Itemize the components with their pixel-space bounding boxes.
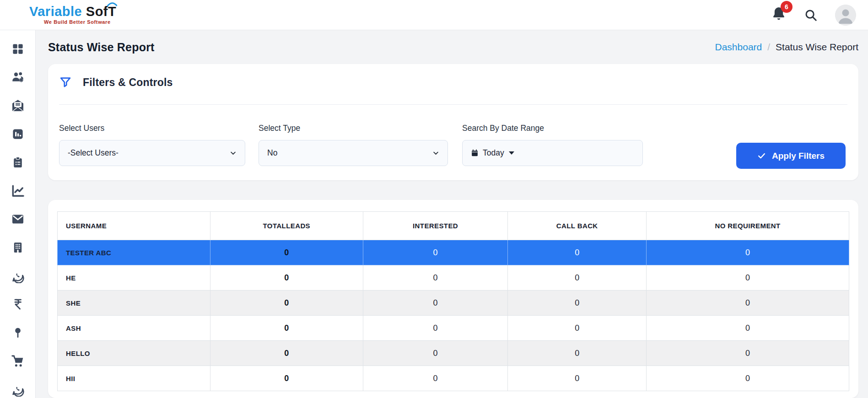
cell-interested: 0 bbox=[363, 366, 508, 391]
select-users-value: -Select Users- bbox=[68, 148, 230, 158]
table-row[interactable]: ASH 0 0 0 0 bbox=[58, 316, 849, 341]
sidebar-item-analytics[interactable] bbox=[11, 183, 25, 198]
page-title: Status Wise Report bbox=[48, 41, 155, 54]
cell-totalleads: 0 bbox=[210, 341, 363, 366]
rupee-icon bbox=[11, 297, 24, 311]
notifications-button[interactable]: 6 bbox=[771, 6, 787, 24]
cell-username: HII bbox=[58, 366, 210, 391]
sidebar-item-tasks[interactable] bbox=[11, 155, 25, 170]
select-type-dropdown[interactable]: No bbox=[259, 140, 448, 166]
select-users-dropdown[interactable]: -Select Users- bbox=[59, 140, 245, 166]
column-header-interested: INTERESTED bbox=[363, 212, 508, 240]
brand-tagline: We Build Better Software bbox=[29, 20, 116, 25]
cell-norequirement: 0 bbox=[647, 341, 849, 366]
cell-totalleads: 0 bbox=[210, 366, 363, 391]
avatar-person-icon bbox=[835, 5, 856, 26]
sidebar-item-whatsapp-2[interactable] bbox=[11, 382, 25, 397]
table-row[interactable]: TESTER ABC 0 0 0 0 bbox=[58, 240, 849, 265]
top-header: Variable SofT We Build Better Software 6 bbox=[0, 0, 868, 30]
table-row[interactable]: HE 0 0 0 0 bbox=[58, 265, 849, 290]
whatsapp-icon bbox=[11, 382, 25, 397]
cell-callback: 0 bbox=[508, 265, 647, 290]
main-content: Status Wise Report Dashboard / Status Wi… bbox=[36, 30, 868, 398]
filters-title: Filters & Controls bbox=[83, 76, 173, 89]
sidebar-item-reports[interactable] bbox=[11, 127, 25, 141]
notification-count-badge: 6 bbox=[781, 1, 793, 13]
breadcrumb-current: Status Wise Report bbox=[776, 42, 858, 53]
status-report-table: USERNAME TOTALLEADS INTERESTED CALL BACK… bbox=[57, 211, 849, 391]
date-range-value: Today bbox=[483, 148, 504, 158]
sidebar-item-orders[interactable] bbox=[11, 354, 25, 368]
report-table-card: USERNAME TOTALLEADS INTERESTED CALL BACK… bbox=[48, 200, 858, 398]
filters-card-header: Filters & Controls bbox=[59, 76, 173, 89]
cell-username: TESTER ABC bbox=[58, 240, 210, 265]
cart-icon bbox=[11, 354, 25, 368]
users-gear-icon bbox=[11, 70, 25, 85]
cell-norequirement: 0 bbox=[647, 240, 849, 265]
filters-card: Filters & Controls Select Users -Select … bbox=[48, 64, 858, 180]
column-header-username: USERNAME bbox=[58, 212, 210, 240]
column-header-norequirement: NO REQUIREMENT bbox=[647, 212, 849, 240]
sidebar-item-location[interactable] bbox=[11, 325, 25, 340]
apply-filters-button[interactable]: Apply Filters bbox=[736, 143, 846, 169]
date-range-picker[interactable]: Today bbox=[462, 140, 643, 166]
cell-username: SHE bbox=[58, 290, 210, 316]
sidebar-item-inbox[interactable] bbox=[11, 98, 25, 113]
cell-interested: 0 bbox=[363, 265, 508, 290]
cell-norequirement: 0 bbox=[647, 316, 849, 341]
cell-callback: 0 bbox=[508, 290, 647, 316]
cell-norequirement: 0 bbox=[647, 265, 849, 290]
topbar-actions: 6 bbox=[771, 5, 856, 26]
cell-totalleads: 0 bbox=[210, 316, 363, 341]
sidebar-nav bbox=[0, 30, 36, 398]
cell-callback: 0 bbox=[508, 316, 647, 341]
apply-filters-label: Apply Filters bbox=[772, 151, 825, 161]
date-range-label: Search By Date Range bbox=[462, 124, 643, 133]
cell-totalleads: 0 bbox=[210, 240, 363, 265]
cell-callback: 0 bbox=[508, 341, 647, 366]
select-users-label: Select Users bbox=[59, 124, 245, 133]
check-icon bbox=[757, 151, 766, 160]
select-type-label: Select Type bbox=[259, 124, 448, 133]
table-row[interactable]: HII 0 0 0 0 bbox=[58, 366, 849, 391]
brand-logo[interactable]: Variable SofT We Build Better Software bbox=[29, 5, 116, 25]
user-avatar[interactable] bbox=[835, 5, 856, 26]
calendar-icon bbox=[471, 149, 479, 157]
envelope-icon bbox=[11, 212, 25, 226]
chevron-down-icon bbox=[230, 150, 237, 156]
cell-callback: 0 bbox=[508, 240, 647, 265]
select-users-field: Select Users -Select Users- bbox=[59, 124, 245, 166]
date-range-field: Search By Date Range Today bbox=[462, 124, 643, 166]
chart-line-icon bbox=[11, 183, 25, 198]
filters-divider bbox=[59, 104, 847, 105]
cell-username: ASH bbox=[58, 316, 210, 341]
brand-name: Variable SofT bbox=[29, 5, 116, 18]
select-type-field: Select Type No bbox=[259, 124, 448, 166]
sidebar-item-payments[interactable] bbox=[11, 297, 25, 312]
table-row[interactable]: SHE 0 0 0 0 bbox=[58, 290, 849, 316]
table-row[interactable]: HELLO 0 0 0 0 bbox=[58, 341, 849, 366]
sidebar-item-whatsapp[interactable] bbox=[11, 269, 25, 283]
sidebar-item-dashboard[interactable] bbox=[11, 42, 25, 56]
sidebar-item-company[interactable] bbox=[11, 240, 25, 255]
breadcrumb-dashboard-link[interactable]: Dashboard bbox=[715, 42, 762, 53]
cell-interested: 0 bbox=[363, 316, 508, 341]
grid-icon bbox=[11, 42, 25, 56]
cell-norequirement: 0 bbox=[647, 366, 849, 391]
funnel-icon bbox=[59, 76, 72, 89]
sidebar-item-email[interactable] bbox=[11, 212, 25, 226]
search-button[interactable] bbox=[804, 8, 818, 22]
breadcrumb-separator: / bbox=[767, 42, 770, 53]
mail-open-icon bbox=[11, 98, 25, 113]
pin-icon bbox=[12, 326, 24, 339]
sidebar-item-user-management[interactable] bbox=[11, 70, 25, 85]
cell-callback: 0 bbox=[508, 366, 647, 391]
logo-swoosh-icon bbox=[107, 2, 117, 6]
column-header-totalleads: TOTALLEADS bbox=[210, 212, 363, 240]
building-icon bbox=[11, 241, 24, 254]
bar-chart-icon bbox=[11, 127, 25, 141]
search-icon bbox=[804, 8, 818, 22]
cell-totalleads: 0 bbox=[210, 265, 363, 290]
cell-norequirement: 0 bbox=[647, 290, 849, 316]
column-header-callback: CALL BACK bbox=[508, 212, 647, 240]
